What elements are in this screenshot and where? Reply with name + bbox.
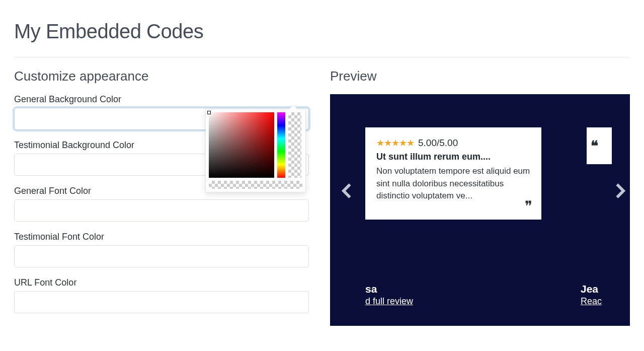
color-picker-popover <box>205 109 306 192</box>
testimonial-card-next-peek: ❝ <box>587 127 612 164</box>
alpha-slider[interactable] <box>288 112 301 178</box>
current-color-swatch <box>209 181 302 189</box>
author-name-fragment: sa <box>365 282 413 296</box>
read-full-review-link[interactable]: d full review <box>365 296 413 307</box>
input-url-font[interactable] <box>14 291 309 313</box>
preview-stage: ★★★★★ 5.00/5.00 Ut sunt illum rerum eum.… <box>330 94 630 326</box>
read-full-review-link[interactable]: Reac <box>581 296 602 307</box>
carousel-prev-button[interactable] <box>335 180 357 202</box>
field-url-font: URL Font Color <box>14 277 309 313</box>
open-quote-icon: ❝ <box>591 138 598 154</box>
testimonial-card: ★★★★★ 5.00/5.00 Ut sunt illum rerum eum.… <box>365 127 541 220</box>
testimonial-caption-left: sa d full review <box>365 282 413 307</box>
review-title: Ut sunt illum rerum eum.... <box>376 152 530 162</box>
columns-container: Customize appearance General Background … <box>14 68 630 326</box>
close-quote-icon: ❞ <box>525 198 532 215</box>
label-general-bg: General Background Color <box>14 94 309 105</box>
popover-arrow-icon <box>289 105 297 109</box>
rating-text: 5.00/5.00 <box>418 137 458 149</box>
saturation-square[interactable] <box>209 112 274 178</box>
label-url-font: URL Font Color <box>14 277 309 288</box>
chevron-left-icon <box>335 195 357 203</box>
input-testimonial-font[interactable] <box>14 245 309 267</box>
customize-heading: Customize appearance <box>14 68 309 84</box>
divider <box>14 57 630 57</box>
page-title: My Embedded Codes <box>14 20 630 43</box>
field-testimonial-font: Testimonial Font Color <box>14 232 309 267</box>
review-body: Non voluptatem tempore est aliquid eum s… <box>376 165 530 202</box>
preview-heading: Preview <box>330 68 630 84</box>
carousel-next-button[interactable] <box>610 180 630 202</box>
rating-row: ★★★★★ 5.00/5.00 <box>376 137 530 149</box>
color-picker-body <box>209 112 302 178</box>
author-name-fragment: Jea <box>581 282 602 296</box>
testimonial-caption-right: Jea Reac <box>581 282 602 307</box>
label-testimonial-font: Testimonial Font Color <box>14 232 309 242</box>
preview-panel: Preview ★★★★★ 5.00/5.00 Ut sunt illum re… <box>330 68 630 326</box>
customize-panel: Customize appearance General Background … <box>14 68 309 323</box>
hue-slider[interactable] <box>277 112 285 178</box>
star-icon: ★★★★★ <box>376 137 414 149</box>
chevron-right-icon <box>610 195 630 203</box>
input-general-font[interactable] <box>14 199 309 222</box>
saturation-handle-icon[interactable] <box>207 111 211 114</box>
